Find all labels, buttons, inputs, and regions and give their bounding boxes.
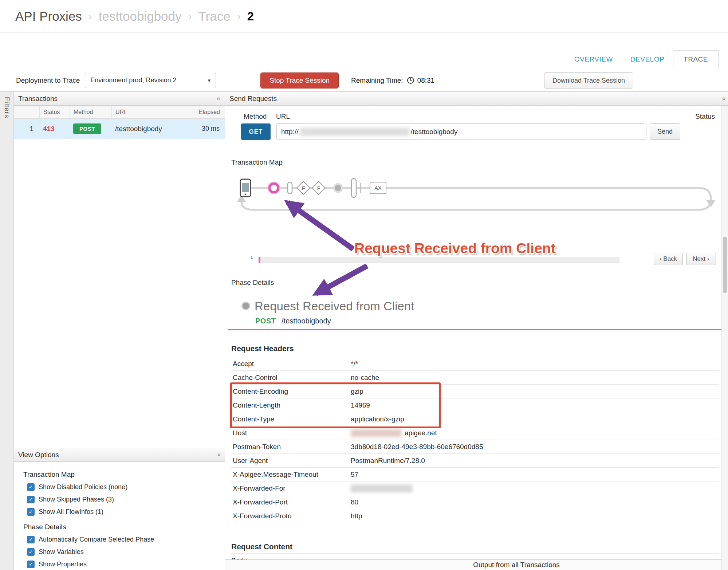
collapse-view-options-icon[interactable]: « [215,453,222,456]
deployment-to-trace-label: Deployment to Trace [16,76,80,84]
header-row-host: Host apigee.net [231,426,719,440]
view-options-title: View Options [18,451,59,459]
breadcrumb-separator-icon: › [88,10,92,23]
checkbox-auto-compare-phase[interactable]: ✓ Automatically Compare Selected Phase [23,533,225,546]
annotation-arrow-to-map-icon [288,203,353,249]
flow-step-icon[interactable] [334,184,342,192]
checkbox-label: Show Variables [39,548,84,556]
checkbox-show-skipped-phases[interactable]: ✓ Show Skipped Phases (3) [23,493,225,506]
phase-details-title: Phase Details [231,279,274,287]
trace-toolbar: Deployment to Trace Environment prod, Re… [0,69,728,92]
next-button[interactable]: Next › [686,253,716,265]
collapse-send-requests-icon[interactable]: « [720,97,728,101]
tab-bar: OVERVIEW DEVELOP TRACE [0,33,728,69]
flow-condition-label: F [302,185,305,191]
header-value: 57 [351,471,719,479]
request-received-step-icon[interactable] [268,182,280,194]
breadcrumb-separator-icon: › [188,10,192,23]
column-method: Method [70,106,111,118]
request-headers-table: Accept */* Cache-Control no-cache Conten… [231,357,719,523]
column-status: Status [39,106,70,118]
transaction-status: 413 [39,119,70,139]
checkbox-checked-icon: ✓ [27,508,35,516]
checkbox-show-variables[interactable]: ✓ Show Variables [23,546,225,558]
url-prefix: http:// [281,128,299,136]
breadcrumb-api-proxies[interactable]: API Proxies [15,9,82,24]
remaining-time-label: Remaining Time: [351,76,403,84]
method-badge: POST [73,123,101,134]
url-label: URL [276,113,290,121]
flow-pill-icon [288,182,292,194]
stop-trace-session-button[interactable]: Stop Trace Session [260,72,339,89]
breadcrumb-proxy-name[interactable]: testtoobigbody [99,9,182,24]
remaining-time-value: 08:31 [417,76,435,84]
timeline-start-label: ε [251,253,253,260]
arrow-up-icon [237,195,246,202]
filters-tab[interactable]: Filters [0,92,14,570]
analytics-step-label: AX [374,185,382,191]
flow-condition-icon: F [297,181,310,194]
url-input[interactable]: http:// /testtoobigbody [276,123,646,140]
environment-select-value: Environment prod, Revision 2 [90,76,176,84]
header-name: X-Forwarded-Proto [231,512,351,520]
environment-select[interactable]: Environment prod, Revision 2 ▾ [85,73,216,88]
tab-develop[interactable]: DEVELOP [622,51,673,69]
checkbox-show-disabled-policies[interactable]: ✓ Show Disabled Policies (none) [23,481,225,493]
transaction-row[interactable]: 1 413 POST /testtoobigbody 30 ms [14,119,225,139]
clock-icon [407,76,414,84]
phase-method: POST [255,317,276,325]
tab-overview[interactable]: OVERVIEW [566,51,622,69]
output-footer-label: Output from all Transactions [473,561,560,569]
phase-title: Request Received from Client [255,299,414,313]
transaction-elapsed: 30 ms [195,119,225,139]
header-row-message-timeout: X-Apigee.Message-Timeout 57 [231,468,719,481]
main-content: Filters Transactions « Status Method URI… [0,92,728,570]
checkbox-show-all-flowinfos[interactable]: ✓ Show All FlowInfos (1) [23,506,225,518]
tab-trace[interactable]: TRACE [673,50,719,69]
flow-condition-label: F [317,185,320,191]
header-value: apigee.net [351,429,719,437]
timeline-position-marker[interactable] [259,257,260,263]
checkbox-label: Show Properties [39,561,87,568]
checkbox-show-properties[interactable]: ✓ Show Properties [23,558,225,570]
flow-condition-icon: F [312,181,325,194]
vertical-scrollbar[interactable] [721,106,728,570]
status-label: Status [695,113,715,121]
filters-label: Filters [3,97,11,570]
header-name: Host [231,429,351,437]
header-row-content-length: Content-Length 14969 [231,398,719,412]
trace-detail-panel: Send Requests « Method URL Status GET ht… [225,92,728,570]
header-name: Content-Encoding [231,388,351,396]
view-options-content: Transaction Map ✓ Show Disabled Policies… [14,462,225,570]
analytics-step-icon: AX [370,182,386,194]
phase-subtitle: POST /testtoobigbody [255,317,331,325]
view-options-header: View Options « [14,448,225,462]
header-row-x-forwarded-for: X-Forwarded-For [231,481,719,495]
header-name: Cache-Control [231,374,351,382]
method-select-button[interactable]: GET [241,123,271,140]
flow-loop [237,188,716,210]
transactions-panel: Transactions « Status Method URI Elapsed… [14,92,225,570]
timeline-slider[interactable] [259,257,619,263]
header-name: Postman-Token [231,443,351,451]
header-row-user-agent: User-Agent PostmanRuntime/7.28.0 [231,454,719,468]
checkbox-checked-icon: ✓ [27,548,35,556]
collapse-panel-icon[interactable]: « [217,95,220,102]
download-trace-session-button[interactable]: Download Trace Session [544,72,633,89]
client-phone-icon [240,179,251,197]
header-name: X-Forwarded-Port [231,498,351,506]
header-value: */* [351,360,719,368]
breadcrumb-trace[interactable]: Trace [198,9,231,24]
checkbox-checked-icon: ✓ [27,496,35,503]
back-button[interactable]: ‹ Back [654,253,683,265]
column-elapsed: Elapsed [195,106,225,118]
header-row-x-forwarded-proto: X-Forwarded-Proto http [231,509,719,523]
transactions-empty-area [14,139,225,448]
scrollbar-thumb[interactable] [723,237,727,293]
checkbox-label: Show All FlowInfos (1) [39,508,103,516]
redacted-url-segment [300,128,409,136]
phase-selected-divider [228,329,721,330]
vo-group-phase-details: Phase Details [23,523,225,531]
send-button[interactable]: Send [650,123,680,140]
flow-bars-icon [351,178,361,197]
